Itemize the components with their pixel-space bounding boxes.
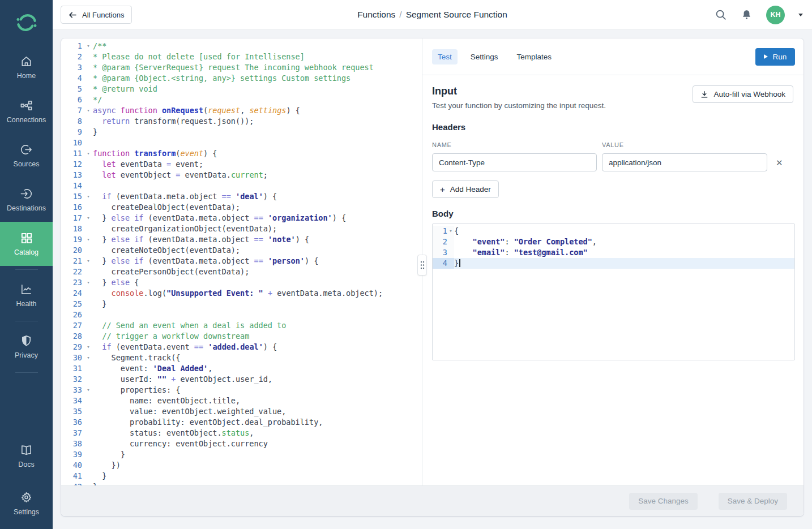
fold-toggle-icon[interactable]: ▾: [84, 352, 93, 363]
code-line: 24 console.log("Unsupported Event: " + e…: [61, 288, 422, 299]
body-section-title: Body: [432, 209, 793, 218]
sidebar-item-destinations[interactable]: Destinations: [0, 178, 53, 222]
header-name-input[interactable]: [432, 153, 597, 171]
fold-toggle-icon[interactable]: ▾: [84, 234, 93, 245]
fold-gutter: [84, 127, 93, 137]
body-json-editor[interactable]: 1▾{2 "event": "Order Completed",3 "email…: [432, 223, 795, 360]
headers-section-title: Headers: [432, 122, 793, 132]
code-line: 8 return transform(request.json());: [61, 116, 422, 127]
sidebar-item-label: Docs: [18, 461, 34, 468]
search-icon[interactable]: [715, 8, 727, 21]
save-changes-button[interactable]: Save Changes: [629, 493, 698, 510]
sidebar-item-sources[interactable]: Sources: [0, 134, 53, 178]
text-cursor: [459, 259, 460, 267]
code-line: 2* Please do not delete [used for Intell…: [61, 51, 422, 62]
breadcrumb-parent[interactable]: Functions: [357, 10, 395, 19]
line-number: 1: [61, 41, 84, 51]
code-line: 33▾ properties: {: [61, 385, 422, 395]
fold-gutter: [84, 202, 93, 213]
editor-footer: Save Changes Save & Deploy: [61, 485, 804, 516]
line-number: 27: [61, 320, 84, 331]
line-number: 15: [61, 191, 84, 202]
fold-gutter: [84, 94, 93, 105]
fold-toggle-icon[interactable]: ▾: [84, 385, 93, 395]
code-line: 40 }): [61, 460, 422, 471]
line-number: 32: [61, 374, 84, 385]
code-line: 16 createDealObject(eventData);: [61, 202, 422, 213]
fold-gutter: [84, 288, 93, 299]
fold-gutter: [84, 84, 93, 94]
sidebar-item-privacy[interactable]: Privacy: [0, 325, 53, 369]
tab-settings[interactable]: Settings: [465, 49, 504, 64]
fold-gutter: [84, 309, 93, 320]
add-header-button[interactable]: + Add Header: [432, 180, 499, 198]
fold-toggle-icon[interactable]: ▾: [84, 191, 93, 202]
sidebar-item-home[interactable]: Home: [0, 45, 53, 89]
save-deploy-button[interactable]: Save & Deploy: [719, 493, 787, 510]
fold-gutter: [84, 460, 93, 471]
line-number: 29: [61, 342, 84, 352]
sidebar-item-settings[interactable]: Settings: [0, 481, 53, 526]
fold-gutter: [84, 471, 93, 481]
sidebar-item-label: Health: [16, 300, 36, 308]
download-icon: [700, 91, 708, 98]
fold-toggle-icon[interactable]: ▾: [84, 105, 93, 116]
notifications-bell-icon[interactable]: [741, 8, 753, 21]
all-functions-back-button[interactable]: All Functions: [61, 6, 132, 24]
code-line: 18 createOrganizationObject(eventData);: [61, 223, 422, 234]
fold-toggle-icon[interactable]: ▾: [84, 213, 93, 223]
fold-toggle-icon[interactable]: ▾: [447, 226, 454, 236]
line-number: 24: [61, 288, 84, 299]
fold-gutter: [84, 395, 93, 406]
tab-test[interactable]: Test: [432, 49, 458, 64]
line-number: 33: [61, 385, 84, 395]
fold-gutter: [84, 137, 93, 148]
code-line: 13 let eventObject = eventData.current;: [61, 170, 422, 180]
fold-toggle-icon[interactable]: ▾: [84, 277, 93, 288]
sidebar-item-docs[interactable]: Docs: [0, 434, 53, 478]
code-line: 27 // Send an event when a deal is added…: [61, 320, 422, 331]
fold-gutter: [84, 223, 93, 234]
line-number: 31: [61, 363, 84, 374]
input-section-title: Input: [432, 85, 606, 97]
fold-gutter: [84, 180, 93, 191]
tab-templates[interactable]: Templates: [511, 49, 558, 64]
breadcrumb: Functions/Segment Source Function: [357, 10, 507, 20]
code-line: 38 currency: eventObject.currency: [61, 438, 422, 449]
sidebar-item-label: Home: [17, 72, 36, 80]
line-number: 34: [61, 395, 84, 406]
code-line: 19▾ } else if (eventData.meta.object == …: [61, 234, 422, 245]
line-number: 25: [61, 299, 84, 309]
fold-gutter: [84, 116, 93, 127]
sidebar-item-connections[interactable]: Connections: [0, 89, 53, 134]
fold-toggle-icon[interactable]: ▾: [84, 148, 93, 159]
run-button-label: Run: [773, 53, 787, 61]
fold-toggle-icon[interactable]: ▾: [84, 342, 93, 352]
fold-gutter: [84, 320, 93, 331]
fold-gutter: [84, 449, 93, 460]
line-number: 6: [61, 94, 84, 105]
function-code-editor[interactable]: 1▾/**2* Please do not delete [used for I…: [61, 38, 422, 485]
fold-toggle-icon[interactable]: ▾: [84, 256, 93, 266]
line-number: 2: [433, 236, 447, 247]
code-line: 1▾{: [433, 226, 794, 236]
autofill-via-webhook-button[interactable]: Auto-fill via Webhook: [693, 85, 793, 103]
code-line: 9}: [61, 127, 422, 137]
code-line: 28 // trigger a workflow downstream: [61, 331, 422, 342]
fold-gutter: [84, 363, 93, 374]
code-line: 14: [61, 180, 422, 191]
header-value-input[interactable]: [602, 153, 767, 171]
sidebar-item-health[interactable]: Health: [0, 273, 53, 317]
chevron-down-icon[interactable]: [798, 14, 803, 16]
fold-toggle-icon[interactable]: ▾: [84, 41, 93, 51]
line-number: 22: [61, 266, 84, 277]
connections-icon: [20, 99, 33, 112]
remove-header-icon[interactable]: ✕: [776, 158, 783, 167]
back-button-label: All Functions: [82, 11, 124, 19]
line-number: 14: [61, 180, 84, 191]
line-number: 18: [61, 223, 84, 234]
avatar[interactable]: KH: [766, 6, 785, 24]
run-button[interactable]: Run: [755, 48, 795, 66]
line-number: 42: [61, 481, 84, 485]
sidebar-item-catalog[interactable]: Catalog: [0, 222, 53, 266]
